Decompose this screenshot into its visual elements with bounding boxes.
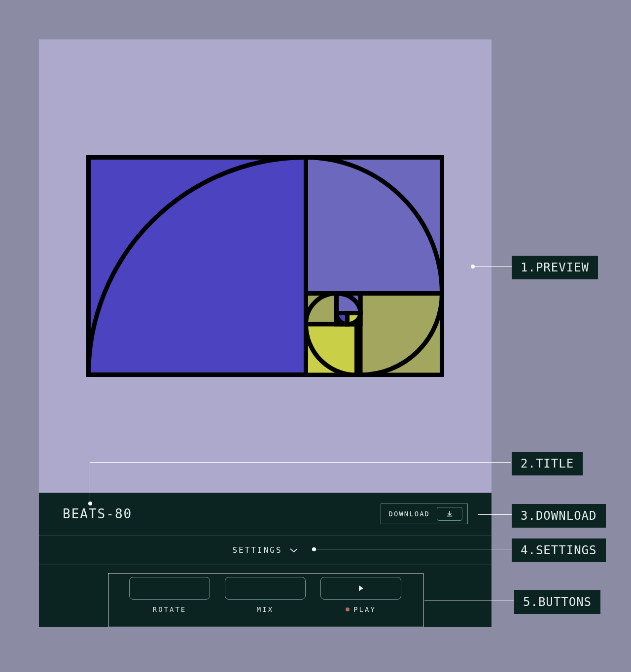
leader-title (90, 462, 511, 504)
leader-buttons (424, 601, 514, 601)
preview-area (39, 39, 491, 493)
leader-download (478, 514, 512, 515)
golden-spiral-artwork (86, 155, 444, 377)
leader-preview (472, 266, 512, 267)
svg-rect-1 (89, 158, 306, 375)
annotation-download: 3.DOWNLOAD (512, 504, 606, 528)
settings-toggle[interactable]: SETTINGS (39, 536, 491, 565)
annotation-title: 2.TITLE (512, 452, 583, 475)
settings-label: SETTINGS (232, 545, 282, 555)
buttons-annotation-frame (108, 573, 423, 627)
annotation-preview: 1.PREVIEW (512, 256, 598, 279)
download-icon (437, 507, 462, 521)
annotation-buttons: 5.BUTTONS (514, 590, 600, 614)
annotation-settings: 4.SETTINGS (512, 538, 606, 562)
track-title: BEATS-80 (63, 506, 132, 521)
main-panel: BEATS-80 DOWNLOAD SETTINGS (39, 39, 491, 627)
chevron-down-icon (289, 547, 298, 553)
download-button[interactable]: DOWNLOAD (381, 504, 468, 524)
leader-settings (314, 549, 512, 549)
download-label: DOWNLOAD (389, 510, 430, 518)
